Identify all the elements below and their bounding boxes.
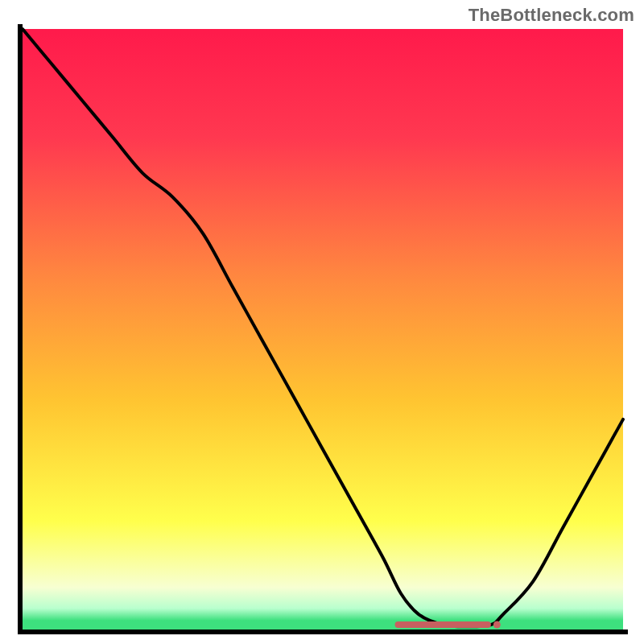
watermark-text: TheBottleneck.com: [469, 5, 634, 26]
optimum-point-marker: [493, 621, 501, 629]
bottleneck-chart: [18, 24, 628, 634]
chart-background-gradient: [23, 29, 623, 630]
chart-frame: [18, 24, 628, 634]
optimum-range-marker: [395, 621, 491, 628]
chart-container: TheBottleneck.com: [0, 0, 644, 644]
